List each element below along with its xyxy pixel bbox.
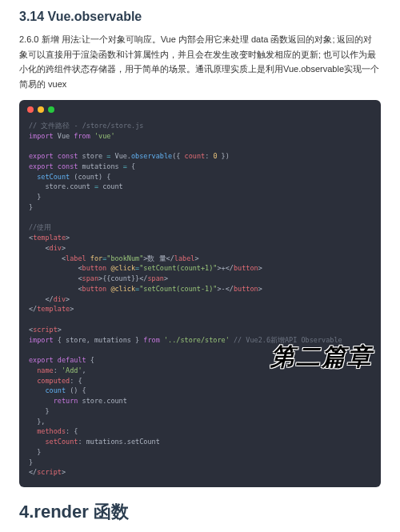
maximize-icon — [48, 106, 54, 113]
section-heading-render: 4.render 函数 — [19, 500, 381, 524]
close-icon — [27, 106, 34, 113]
minimize-icon — [38, 106, 44, 113]
section-paragraph-observable: 2.6.0 新增 用法:让一个对象可响应。Vue 内部会用它来处理 data 函… — [19, 32, 381, 92]
code-block-observable: // 文件路径 - /store/store.js import Vue fro… — [19, 100, 381, 487]
section-heading-observable: 3.14 Vue.observable — [19, 10, 381, 24]
window-controls — [19, 100, 381, 116]
overlay-chapter-label: 第二篇章 — [270, 341, 373, 374]
code-content-1: // 文件路径 - /store/store.js import Vue fro… — [19, 116, 381, 487]
